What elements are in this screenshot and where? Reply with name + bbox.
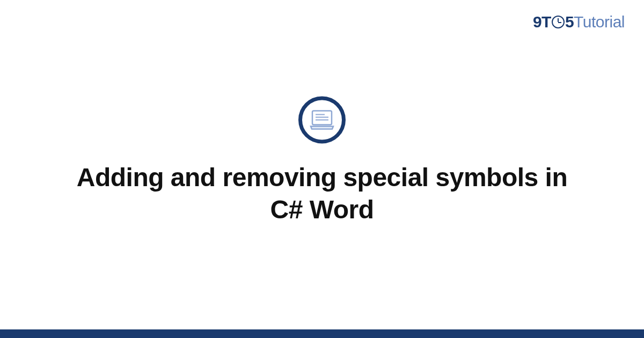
logo-text-part1: 9T	[533, 13, 551, 31]
article-title: Adding and removing special symbols in C…	[75, 161, 569, 226]
logo-text-part2: 5	[565, 13, 574, 31]
logo-text-part3: Tutorial	[574, 13, 625, 31]
clock-icon	[552, 16, 565, 28]
footer-accent-bar	[0, 329, 644, 338]
site-logo: 9T 5 Tutorial	[533, 13, 625, 31]
svg-rect-0	[312, 111, 332, 124]
author-avatar	[298, 96, 346, 143]
laptop-icon	[309, 109, 335, 130]
main-content: Adding and removing special symbols in C…	[0, 96, 644, 226]
